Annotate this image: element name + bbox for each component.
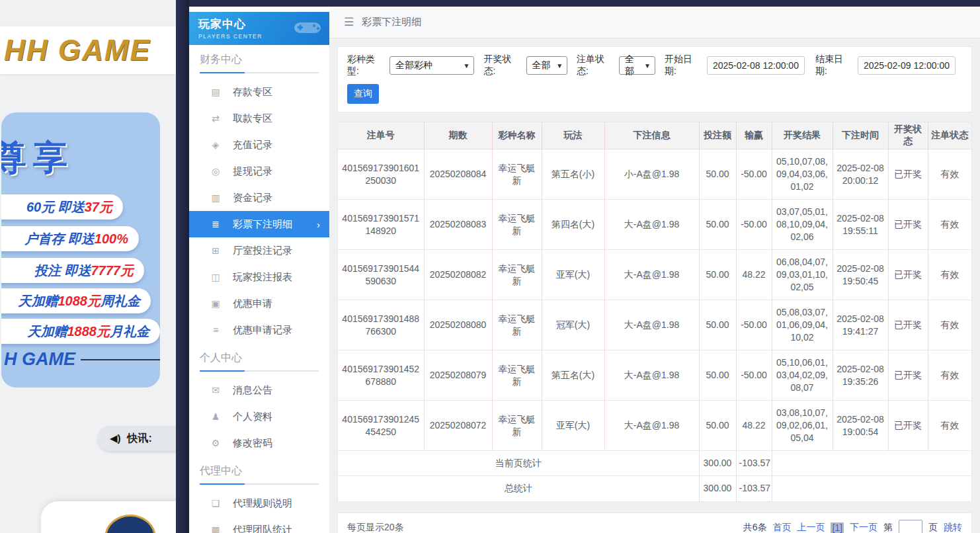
col-header-order-id: 注单号 bbox=[338, 122, 424, 149]
sidebar-item-withdraw[interactable]: ⇄ 取款专区 bbox=[189, 105, 329, 132]
start-date-input[interactable] bbox=[707, 56, 805, 75]
cell-play: 第五名(大) bbox=[542, 350, 604, 401]
cell-order-status: 有效 bbox=[928, 250, 971, 300]
cell-bet-time: 2025-02-08 19:41:27 bbox=[833, 300, 888, 350]
cell-period: 20250208079 bbox=[424, 350, 492, 401]
sidebar-item-withdraw-record[interactable]: ◎ 提现记录 bbox=[189, 158, 329, 184]
table-row: 401569173901601250030 20250208084 幸运飞艇新 … bbox=[338, 149, 971, 200]
total-summary-amount: 300.00 bbox=[699, 476, 736, 501]
cell-lottery: 幸运飞艇新 bbox=[492, 401, 542, 451]
cell-bet-info: 大-A盘@1.98 bbox=[604, 350, 699, 401]
cell-bet-info: 大-A盘@1.98 bbox=[604, 200, 699, 250]
promo-pill: 户首存 即送100% bbox=[1, 226, 139, 251]
sidebar-item-recharge-record[interactable]: ◈ 充值记录 bbox=[189, 132, 329, 158]
main-panel: ☰ 彩票下注明细 彩种类型: 全部彩种 ▼ 开奖状态: 全部 ▼ 注单状态: 全… bbox=[329, 7, 980, 533]
cell-amount: 50.00 bbox=[699, 149, 736, 200]
chevron-down-icon: ▼ bbox=[464, 62, 470, 69]
team-stats-icon: ▦ bbox=[210, 524, 221, 533]
sidebar-item-lottery-bet-detail[interactable]: ≣ 彩票下注明细 › bbox=[189, 211, 329, 237]
sidebar-item-promo-apply-record[interactable]: ≡ 优惠申请记录 bbox=[189, 317, 329, 343]
cell-order-id: 401569173901452678880 bbox=[338, 350, 424, 401]
total-summary-label: 总统计 bbox=[338, 476, 699, 501]
chevron-right-icon: › bbox=[317, 219, 320, 230]
query-button[interactable]: 查询 bbox=[347, 84, 379, 104]
cell-order-id: 401569173901245454250 bbox=[338, 401, 424, 451]
draw-status-value: 全部 bbox=[532, 60, 551, 71]
cell-bet-info: 大-A盘@1.98 bbox=[604, 250, 699, 300]
lottery-type-value: 全部彩种 bbox=[395, 60, 432, 71]
section-divider bbox=[200, 370, 319, 372]
cell-order-id: 401569173901601250030 bbox=[338, 149, 424, 200]
sidebar-item-announcements[interactable]: ✉ 消息公告 bbox=[189, 377, 329, 403]
col-header-result: 开奖结果 bbox=[772, 122, 833, 149]
sidebar-item-label: 优惠申请 bbox=[233, 298, 272, 310]
checklist-icon: ⊞ bbox=[210, 245, 221, 256]
sidebar-item-profile[interactable]: ♟ 个人资料 bbox=[189, 403, 329, 430]
sidebar-item-label: 提现记录 bbox=[233, 165, 272, 178]
start-date-label: 开始日期: bbox=[665, 54, 703, 77]
sidebar-item-promo-apply[interactable]: ▣ 优惠申请 bbox=[189, 290, 329, 317]
sidebar-item-label: 玩家投注报表 bbox=[233, 271, 292, 284]
left-dark-strip bbox=[176, 0, 189, 533]
sidebar-item-hall-bet-record[interactable]: ⊞ 厅室投注记录 bbox=[189, 237, 329, 264]
col-header-amount: 投注额 bbox=[699, 122, 736, 149]
sidebar-item-player-bet-report[interactable]: ◫ 玩家投注报表 bbox=[189, 264, 329, 290]
prev-page-link[interactable]: 上一页 bbox=[797, 522, 825, 533]
sidebar-item-agent-rules[interactable]: ❏ 代理规则说明 bbox=[189, 490, 329, 516]
sidebar-item-change-password[interactable]: ⚙ 修改密码 bbox=[189, 430, 329, 456]
col-header-order-status: 注单状态 bbox=[928, 122, 971, 149]
cell-result: 05,08,03,07,01,06,09,04,10,02 bbox=[772, 300, 833, 350]
promo-pill-highlight: 100% bbox=[95, 231, 128, 247]
page-topbar: ☰ 彩票下注明细 bbox=[329, 7, 980, 38]
moneybag-icon: ◈ bbox=[210, 140, 221, 150]
cell-bet-info: 大-A盘@1.98 bbox=[604, 401, 699, 451]
next-page-link[interactable]: 下一页 bbox=[850, 522, 878, 533]
sidebar-item-label: 优惠申请记录 bbox=[233, 324, 292, 337]
cell-winloss: 48.22 bbox=[736, 401, 772, 451]
sidebar-item-label: 资金记录 bbox=[233, 192, 272, 204]
first-page-link[interactable]: 首页 bbox=[772, 522, 791, 533]
sidebar-item-agent-team-stats[interactable]: ▦ 代理团队统计 bbox=[189, 516, 329, 533]
cell-play: 冠军(大) bbox=[542, 300, 604, 350]
sidebar-item-funds-record[interactable]: ▥ 资金记录 bbox=[189, 184, 329, 211]
hamburger-menu-icon[interactable]: ☰ bbox=[344, 15, 354, 29]
sidebar-item-label: 充值记录 bbox=[233, 139, 272, 151]
cell-draw-status: 已开奖 bbox=[888, 250, 928, 300]
order-status-select[interactable]: 全部 ▼ bbox=[619, 56, 655, 75]
promo-pill: 60元 即送37元 bbox=[1, 194, 123, 220]
promo-pill: 投注 即送7777元 bbox=[1, 258, 144, 283]
cell-order-status: 有效 bbox=[928, 350, 971, 401]
sidebar-section-finance: 财务中心 bbox=[189, 45, 329, 73]
table-row: 401569173901571148920 20250208083 幸运飞艇新 … bbox=[338, 200, 971, 250]
cell-bet-time: 2025-02-08 19:00:54 bbox=[833, 401, 888, 451]
promo-pill-text: 天加赠 bbox=[19, 292, 58, 310]
table-row: 401569173901488766300 20250208080 幸运飞艇新 … bbox=[338, 300, 971, 350]
bell-icon: ✉ bbox=[210, 385, 221, 395]
cell-bet-info: 大-A盘@1.98 bbox=[604, 300, 699, 350]
promo-pill-highlight: 1888元 bbox=[67, 323, 110, 341]
cell-period: 20250208082 bbox=[424, 250, 492, 300]
page-summary-row: 当前页统计 300.00 -103.57 bbox=[338, 451, 971, 476]
site-background: HH GAME 尊享 60元 即送37元 户首存 即送100% 投注 即送777… bbox=[0, 0, 176, 533]
cell-amount: 50.00 bbox=[699, 250, 736, 300]
promo-footer-logo-text: H GAME bbox=[4, 349, 75, 370]
coin-icon: ◎ bbox=[210, 166, 221, 177]
cell-winloss: -50.00 bbox=[736, 200, 772, 250]
draw-status-select[interactable]: 全部 ▼ bbox=[526, 56, 568, 75]
sidebar-item-deposit[interactable]: ▤ 存款专区 bbox=[189, 79, 329, 105]
promo-pill-text: 户首存 即送 bbox=[24, 230, 95, 248]
col-header-draw-status: 开奖状态 bbox=[888, 122, 928, 149]
table-row: 401569173901245454250 20250208072 幸运飞艇新 … bbox=[338, 401, 971, 451]
sidebar-item-label: 消息公告 bbox=[233, 384, 272, 397]
lottery-type-select[interactable]: 全部彩种 ▼ bbox=[389, 56, 474, 75]
page-title: 彩票下注明细 bbox=[362, 16, 421, 28]
sidebar-item-label: 修改密码 bbox=[233, 437, 272, 450]
sidebar-section-personal: 个人中心 bbox=[189, 343, 329, 372]
jump-link[interactable]: 跳转 bbox=[944, 522, 962, 533]
page-jump-input[interactable] bbox=[899, 520, 922, 533]
end-date-input[interactable] bbox=[858, 56, 956, 75]
withdraw-hand-icon: ⇄ bbox=[210, 113, 221, 124]
person-icon: ♟ bbox=[210, 411, 221, 422]
page-prefix-label: 第 bbox=[883, 522, 893, 533]
cell-period: 20250208080 bbox=[424, 300, 492, 350]
